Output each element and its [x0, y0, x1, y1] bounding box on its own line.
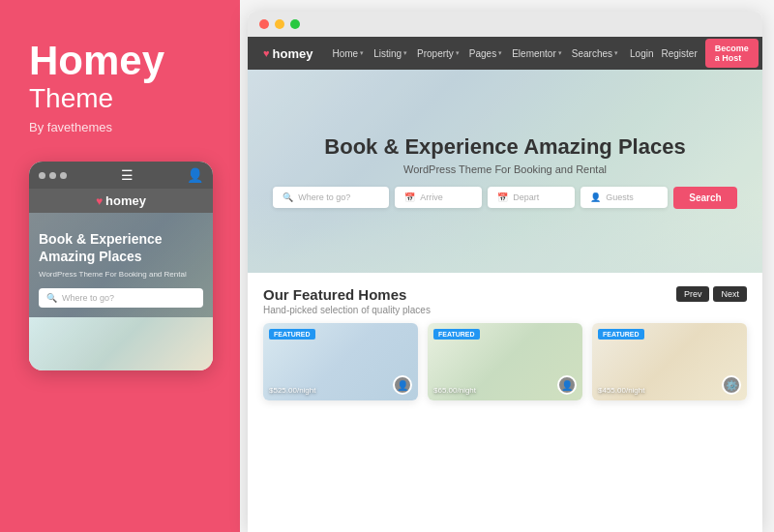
- nav-listing-label: Listing: [373, 48, 402, 59]
- mobile-logo-text: homey: [105, 193, 146, 208]
- chrome-dot-green: [290, 19, 300, 29]
- search-arrive-field[interactable]: 📅 Arrive: [395, 187, 482, 208]
- logo-heart-icon: ♥: [263, 47, 270, 59]
- mobile-search-bar[interactable]: 🔍 Where to go?: [39, 288, 203, 308]
- search-depart-field[interactable]: 📅 Depart: [488, 187, 575, 208]
- search-where-field[interactable]: 🔍 Where to go?: [273, 187, 389, 208]
- card-period-1: /night: [297, 386, 316, 395]
- next-button[interactable]: Next: [713, 286, 747, 302]
- card-avatar-1: 👤: [393, 375, 412, 395]
- prev-button[interactable]: Prev: [676, 286, 710, 302]
- card-image-2: FEATURED $65.00/night 👤: [428, 323, 582, 400]
- become-host-button[interactable]: Become a Host: [705, 39, 759, 68]
- chrome-dot-yellow: [275, 19, 284, 29]
- search-button[interactable]: Search: [673, 187, 736, 209]
- heart-icon: ♥: [96, 194, 103, 208]
- left-panel: Homey Theme By favethemes ☰ 👤 ♥ homey Bo…: [0, 0, 240, 532]
- card-price-3: $455.00/night: [598, 383, 645, 395]
- nav-searches-label: Searches: [572, 48, 612, 59]
- dot-green: [60, 172, 67, 179]
- card-price-1: $525.00/night: [269, 383, 316, 395]
- user-icon: 👤: [187, 167, 203, 183]
- card-avatar-2: 👤: [557, 375, 577, 395]
- nav-login[interactable]: Login: [630, 48, 653, 59]
- card-period-2: /night: [457, 386, 476, 395]
- mobile-search-placeholder: Where to go?: [62, 293, 114, 303]
- search-guests-icon: 👤: [590, 192, 601, 202]
- site-logo[interactable]: ♥ homey: [263, 46, 313, 61]
- nav-property-caret: ▾: [456, 49, 460, 57]
- hero-search-bar: 🔍 Where to go? 📅 Arrive 📅 Depart 👤 Guest…: [273, 187, 736, 209]
- card-avatar-3: ⚙️: [722, 375, 741, 395]
- mobile-hero-image: [29, 317, 213, 370]
- theme-author: By favethemes: [29, 120, 112, 134]
- nav-elementor[interactable]: Elementor ▾: [512, 48, 562, 59]
- nav-register[interactable]: Register: [661, 48, 697, 59]
- dot-yellow: [49, 172, 56, 179]
- search-depart-placeholder: Depart: [513, 192, 539, 202]
- nav-property-label: Property: [417, 48, 454, 59]
- nav-home-caret: ▾: [360, 49, 364, 57]
- site-logo-text: homey: [273, 46, 313, 61]
- search-arrive-icon: 📅: [404, 192, 415, 202]
- site-hero: Book & Experience Amazing Places WordPre…: [248, 70, 762, 273]
- nav-elementor-caret: ▾: [558, 49, 562, 57]
- card-period-3: /night: [626, 386, 645, 395]
- site-navbar: ♥ homey Home ▾ Listing ▾ Property ▾ Page…: [248, 37, 762, 70]
- right-panel: ♥ homey Home ▾ Listing ▾ Property ▾ Page…: [248, 12, 762, 532]
- mobile-mockup: ☰ 👤 ♥ homey Book & ExperienceAmazing Pla…: [29, 162, 213, 369]
- property-cards-row: FEATURED $525.00/night 👤 FEATURED $65.00…: [263, 323, 747, 400]
- card-image-3: FEATURED $455.00/night ⚙️: [592, 323, 747, 400]
- nav-arrows: Prev Next: [676, 286, 747, 302]
- nav-searches-caret: ▾: [614, 49, 618, 57]
- card-image-1: FEATURED $525.00/night 👤: [263, 323, 418, 400]
- card-badge-2: FEATURED: [433, 329, 480, 340]
- nav-home-label: Home: [332, 48, 358, 59]
- hamburger-icon: ☰: [121, 167, 134, 183]
- dot-red: [39, 172, 45, 179]
- mobile-hero-title: Book & ExperienceAmazing Places: [39, 230, 203, 265]
- property-card-3[interactable]: FEATURED $455.00/night ⚙️: [592, 323, 747, 400]
- search-guests-field[interactable]: 👤 Guests: [580, 187, 668, 208]
- property-card-1[interactable]: FEATURED $525.00/night 👤: [263, 323, 418, 400]
- hero-title: Book & Experience Amazing Places: [324, 134, 685, 160]
- theme-title: Homey: [29, 39, 164, 83]
- mobile-logo: ♥ homey: [96, 193, 146, 208]
- nav-links: Home ▾ Listing ▾ Property ▾ Pages ▾ Elem…: [332, 48, 618, 59]
- search-guests-placeholder: Guests: [606, 192, 634, 202]
- hero-content: Book & Experience Amazing Places WordPre…: [324, 134, 685, 175]
- featured-section: Our Featured Homes Hand-picked selection…: [248, 273, 762, 410]
- featured-header: Our Featured Homes Hand-picked selection…: [263, 286, 747, 315]
- nav-listing[interactable]: Listing ▾: [373, 48, 407, 59]
- nav-elementor-label: Elementor: [512, 48, 556, 59]
- featured-title: Our Featured Homes: [263, 286, 431, 303]
- search-where-icon: 🔍: [283, 192, 293, 202]
- nav-actions: Login Register Become a Host: [630, 39, 759, 68]
- mobile-hero-overlay: [29, 317, 213, 370]
- search-depart-icon: 📅: [497, 192, 508, 202]
- mobile-dots: [39, 172, 67, 179]
- featured-header-text: Our Featured Homes Hand-picked selection…: [263, 286, 431, 315]
- mobile-chrome: ☰ 👤: [29, 162, 213, 189]
- browser-chrome: [248, 12, 762, 37]
- featured-subtitle: Hand-picked selection of quality places: [263, 305, 431, 315]
- card-price-2: $65.00/night: [433, 383, 476, 395]
- mobile-hero-subtitle: WordPress Theme For Booking and Rental: [39, 270, 203, 279]
- search-where-placeholder: Where to go?: [298, 192, 350, 202]
- nav-pages[interactable]: Pages ▾: [469, 48, 502, 59]
- mobile-search-icon: 🔍: [46, 293, 57, 303]
- mobile-navbar: ♥ homey: [29, 189, 213, 213]
- nav-home[interactable]: Home ▾: [332, 48, 364, 59]
- nav-property[interactable]: Property ▾: [417, 48, 460, 59]
- mobile-hero: Book & ExperienceAmazing Places WordPres…: [29, 213, 213, 316]
- nav-listing-caret: ▾: [403, 49, 407, 57]
- nav-searches[interactable]: Searches ▾: [572, 48, 618, 59]
- card-badge-1: FEATURED: [269, 329, 315, 340]
- hero-subtitle: WordPress Theme For Booking and Rental: [324, 163, 685, 175]
- property-card-2[interactable]: FEATURED $65.00/night 👤: [428, 323, 582, 400]
- search-arrive-placeholder: Arrive: [420, 192, 443, 202]
- theme-subtitle: Theme: [29, 83, 113, 114]
- chrome-dot-red: [259, 19, 269, 29]
- nav-pages-label: Pages: [469, 48, 496, 59]
- card-badge-3: FEATURED: [598, 329, 644, 340]
